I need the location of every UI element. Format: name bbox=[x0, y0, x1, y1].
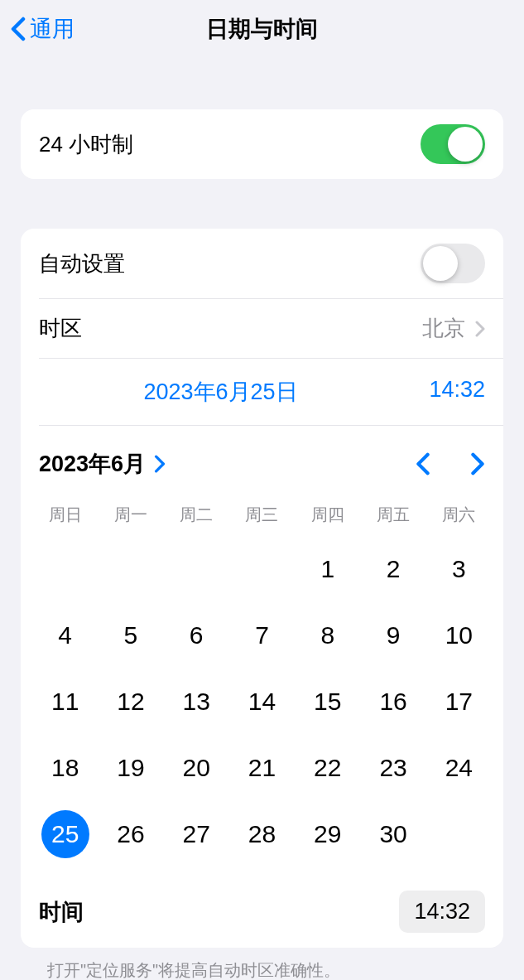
back-label: 通用 bbox=[30, 14, 75, 44]
day-cell[interactable]: 3 bbox=[426, 536, 492, 602]
day-number: 30 bbox=[379, 820, 406, 848]
weekday-header: 周三 bbox=[229, 499, 295, 531]
day-cell[interactable]: 19 bbox=[98, 735, 163, 801]
chevron-left-icon bbox=[10, 17, 26, 41]
auto-set-label: 自动设置 bbox=[39, 249, 125, 278]
weekday-header: 周六 bbox=[426, 499, 492, 531]
day-number: 24 bbox=[445, 754, 473, 782]
timezone-label: 时区 bbox=[39, 314, 82, 343]
timezone-value: 北京 bbox=[422, 314, 465, 343]
day-number: 23 bbox=[379, 754, 406, 782]
day-cell[interactable]: 9 bbox=[360, 602, 425, 669]
day-cell[interactable]: 5 bbox=[98, 602, 163, 669]
day-number: 25 bbox=[41, 810, 89, 858]
day-cell-empty bbox=[229, 536, 295, 602]
day-cell[interactable]: 25 bbox=[32, 801, 98, 867]
day-number: 1 bbox=[320, 555, 334, 583]
page-title: 日期与时间 bbox=[206, 14, 318, 44]
day-number: 6 bbox=[190, 621, 204, 649]
timezone-row[interactable]: 时区 北京 bbox=[39, 299, 503, 359]
day-number: 26 bbox=[117, 820, 144, 848]
day-number: 2 bbox=[387, 555, 401, 583]
day-number: 22 bbox=[314, 754, 341, 782]
day-cell[interactable]: 21 bbox=[229, 735, 295, 801]
twentyfour-hour-toggle[interactable] bbox=[421, 124, 485, 164]
next-month-button[interactable] bbox=[470, 452, 485, 476]
selected-date-display[interactable]: 2023年6月25日 bbox=[39, 377, 402, 407]
day-cell[interactable]: 11 bbox=[32, 669, 98, 735]
day-number: 8 bbox=[320, 621, 334, 649]
day-number: 18 bbox=[51, 754, 79, 782]
day-cell[interactable]: 22 bbox=[295, 735, 360, 801]
day-cell[interactable]: 18 bbox=[32, 735, 98, 801]
weekday-header: 周日 bbox=[32, 499, 98, 531]
day-cell[interactable]: 4 bbox=[32, 602, 98, 669]
day-cell[interactable]: 30 bbox=[360, 801, 425, 867]
day-number: 16 bbox=[379, 688, 406, 716]
twentyfour-hour-label: 24 小时制 bbox=[39, 130, 133, 159]
toggle-knob bbox=[423, 246, 458, 281]
day-cell[interactable]: 7 bbox=[229, 602, 295, 669]
day-cell[interactable]: 23 bbox=[360, 735, 425, 801]
weekday-header: 周四 bbox=[295, 499, 360, 531]
day-number: 27 bbox=[183, 820, 210, 848]
day-number: 20 bbox=[183, 754, 210, 782]
day-cell[interactable]: 2 bbox=[360, 536, 425, 602]
day-cell[interactable]: 16 bbox=[360, 669, 425, 735]
day-number: 5 bbox=[124, 621, 138, 649]
prev-month-button[interactable] bbox=[416, 452, 430, 476]
day-cell[interactable]: 8 bbox=[295, 602, 360, 669]
chevron-right-icon bbox=[154, 455, 166, 473]
day-cell-empty bbox=[98, 536, 163, 602]
day-number: 19 bbox=[117, 754, 144, 782]
day-number: 28 bbox=[248, 820, 276, 848]
day-number: 9 bbox=[387, 621, 401, 649]
day-number: 14 bbox=[248, 688, 276, 716]
day-cell[interactable]: 29 bbox=[295, 801, 360, 867]
weekday-header: 周二 bbox=[164, 499, 229, 531]
footer-note: 打开"定位服务"将提高自动时区准确性。 bbox=[21, 948, 503, 980]
weekday-header: 周五 bbox=[360, 499, 425, 531]
day-number: 12 bbox=[117, 688, 144, 716]
day-number: 10 bbox=[445, 621, 473, 649]
day-cell[interactable]: 12 bbox=[98, 669, 163, 735]
day-cell[interactable]: 17 bbox=[426, 669, 492, 735]
day-number: 21 bbox=[248, 754, 276, 782]
day-cell[interactable]: 15 bbox=[295, 669, 360, 735]
chevron-right-icon bbox=[475, 321, 485, 337]
day-number: 17 bbox=[445, 688, 473, 716]
day-cell[interactable]: 28 bbox=[229, 801, 295, 867]
day-number: 29 bbox=[314, 820, 341, 848]
day-number: 15 bbox=[314, 688, 341, 716]
toggle-knob bbox=[448, 127, 483, 162]
month-selector[interactable]: 2023年6月 bbox=[39, 449, 166, 479]
day-cell[interactable]: 13 bbox=[164, 669, 229, 735]
day-cell[interactable]: 20 bbox=[164, 735, 229, 801]
back-button[interactable]: 通用 bbox=[10, 14, 75, 44]
month-label: 2023年6月 bbox=[39, 449, 146, 479]
day-cell[interactable]: 24 bbox=[426, 735, 492, 801]
day-cell-empty bbox=[32, 536, 98, 602]
day-number: 4 bbox=[58, 621, 72, 649]
day-cell[interactable]: 26 bbox=[98, 801, 163, 867]
day-cell[interactable]: 6 bbox=[164, 602, 229, 669]
day-cell[interactable]: 27 bbox=[164, 801, 229, 867]
selected-time-display[interactable]: 14:32 bbox=[402, 377, 485, 407]
day-cell[interactable]: 1 bbox=[295, 536, 360, 602]
day-number: 7 bbox=[255, 621, 269, 649]
day-cell-empty bbox=[164, 536, 229, 602]
time-picker[interactable]: 14:32 bbox=[399, 891, 485, 933]
day-cell[interactable]: 10 bbox=[426, 602, 492, 669]
day-cell[interactable]: 14 bbox=[229, 669, 295, 735]
auto-set-toggle[interactable] bbox=[421, 244, 485, 283]
day-number: 11 bbox=[51, 688, 79, 716]
day-number: 13 bbox=[183, 688, 210, 716]
time-label: 时间 bbox=[39, 897, 84, 927]
day-number: 3 bbox=[452, 555, 466, 583]
weekday-header: 周一 bbox=[98, 499, 163, 531]
